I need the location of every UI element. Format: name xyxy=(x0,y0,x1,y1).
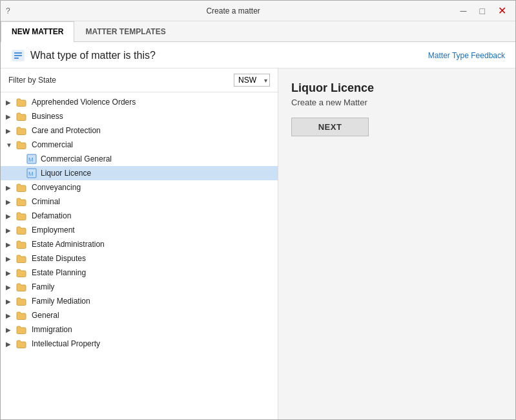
title-bar-right: ─ □ ✕ xyxy=(457,5,510,17)
tree-item-defamation[interactable]: ▶ Defamation xyxy=(1,209,278,223)
tree-item-criminal[interactable]: ▶ Criminal xyxy=(1,194,278,209)
expand-icon-defamation: ▶ xyxy=(6,213,15,220)
selected-matter-title: Liquor Licence xyxy=(291,81,502,95)
tree-item-commercial-general[interactable]: M Commercial General ☆ xyxy=(1,152,278,166)
folder-icon-general xyxy=(16,311,28,320)
expand-icon-care: ▶ xyxy=(6,127,15,134)
tree-item-immigration[interactable]: ▶ Immigration xyxy=(1,322,278,337)
tree-item-label-conveyancing: Conveyancing xyxy=(32,183,273,192)
folder-icon-conveyancing xyxy=(16,183,28,192)
expand-icon-estate-admin: ▶ xyxy=(6,241,15,248)
tree-item-business[interactable]: ▶ Business xyxy=(1,109,278,123)
tree-item-label-family-mediation: Family Mediation xyxy=(32,297,273,306)
help-button[interactable]: ? xyxy=(6,6,10,16)
folder-icon-estate-planning xyxy=(16,268,28,277)
expand-icon-family: ▶ xyxy=(6,284,15,291)
tree-item-label-estate-disputes: Estate Disputes xyxy=(32,254,273,263)
tree-item-label-estate-admin: Estate Administration xyxy=(32,240,273,249)
tabs-bar: NEW MATTER MATTER TEMPLATES xyxy=(1,21,515,42)
tree-item-label-immigration: Immigration xyxy=(32,325,273,334)
folder-icon-estate-admin xyxy=(16,240,28,249)
close-button[interactable]: ✕ xyxy=(494,5,510,17)
tree-item-family[interactable]: ▶ Family xyxy=(1,280,278,294)
filter-row: Filter by State NSW VIC QLD SA WA TAS AC… xyxy=(1,68,278,92)
feedback-link[interactable]: Matter Type Feedback xyxy=(428,51,505,60)
tree-item-label-liquor-licence: Liquor Licence xyxy=(41,169,273,178)
tree-item-label-commercial: Commercial xyxy=(32,140,273,149)
expand-icon-business: ▶ xyxy=(6,113,15,120)
expand-icon-immigration: ▶ xyxy=(6,326,15,333)
window-title: Create a matter xyxy=(10,6,457,16)
tree-item-family-mediation[interactable]: ▶ Family Mediation xyxy=(1,294,278,308)
title-bar: ? Create a matter ─ □ ✕ xyxy=(1,1,515,21)
folder-icon-estate-disputes xyxy=(16,254,28,263)
expand-icon-criminal: ▶ xyxy=(6,198,15,205)
state-select-wrapper[interactable]: NSW VIC QLD SA WA TAS ACT NT xyxy=(234,74,270,87)
tree-item-label-intellectual-property: Intellectual Property xyxy=(32,339,273,348)
selected-matter-subtitle: Create a new Matter xyxy=(291,98,502,107)
tree-item-label-apprehended: Apprehended Violence Orders xyxy=(32,98,273,107)
main-split: Filter by State NSW VIC QLD SA WA TAS AC… xyxy=(1,68,515,419)
tree-item-estate-disputes[interactable]: ▶ Estate Disputes xyxy=(1,251,278,266)
matter-icon-commercial-general: M xyxy=(26,154,37,164)
folder-icon-employment xyxy=(16,226,28,235)
minimize-button[interactable]: ─ xyxy=(457,5,471,17)
tab-matter-templates[interactable]: MATTER TEMPLATES xyxy=(74,21,176,41)
tree-item-conveyancing[interactable]: ▶ Conveyancing xyxy=(1,180,278,194)
folder-icon-immigration xyxy=(16,325,28,334)
tree-item-label-family: Family xyxy=(32,282,273,291)
expand-icon-family-mediation: ▶ xyxy=(6,298,15,305)
expand-icon-general: ▶ xyxy=(6,312,15,319)
expand-icon-commercial: ▼ xyxy=(6,142,15,149)
expand-icon-estate-planning: ▶ xyxy=(6,269,15,277)
tree-item-label-general: General xyxy=(32,311,273,320)
matter-type-icon xyxy=(11,48,25,63)
tree-item-label-criminal: Criminal xyxy=(32,197,273,206)
svg-rect-2 xyxy=(14,55,22,56)
right-panel: Liquor Licence Create a new Matter NEXT xyxy=(278,68,515,419)
tree-item-estate-planning[interactable]: ▶ Estate Planning xyxy=(1,266,278,280)
content-area: What type of matter is this? Matter Type… xyxy=(1,42,515,419)
tree-item-label-employment: Employment xyxy=(32,226,273,235)
tab-new-matter[interactable]: NEW MATTER xyxy=(1,21,74,42)
svg-text:M: M xyxy=(28,171,34,177)
tree-item-care[interactable]: ▶ Care and Protection xyxy=(1,123,278,138)
matter-icon-liquor-licence: M xyxy=(26,168,37,178)
main-window: ? Create a matter ─ □ ✕ NEW MATTER MATTE… xyxy=(0,0,516,420)
tree-item-label-commercial-general: Commercial General xyxy=(41,154,262,163)
tree-item-apprehended[interactable]: ▶ Apprehended Violence Orders xyxy=(1,95,278,109)
expand-icon-estate-disputes: ▶ xyxy=(6,255,15,262)
tree-list[interactable]: ▶ Apprehended Violence Orders ▶ Business xyxy=(1,92,278,419)
header-left: What type of matter is this? xyxy=(11,48,156,63)
folder-icon-family-mediation xyxy=(16,297,28,306)
page-title: What type of matter is this? xyxy=(30,50,156,61)
left-panel: Filter by State NSW VIC QLD SA WA TAS AC… xyxy=(1,68,278,419)
tree-item-general[interactable]: ▶ General xyxy=(1,308,278,322)
tree-item-commercial[interactable]: ▼ Commercial xyxy=(1,138,278,152)
tree-item-label-estate-planning: Estate Planning xyxy=(32,268,273,277)
folder-icon-care xyxy=(16,126,28,135)
expand-icon-apprehended: ▶ xyxy=(6,99,15,106)
tree-item-estate-admin[interactable]: ▶ Estate Administration xyxy=(1,237,278,251)
folder-icon-business xyxy=(16,112,28,121)
folder-icon-defamation xyxy=(16,211,28,220)
tree-item-liquor-licence[interactable]: M Liquor Licence xyxy=(1,166,278,180)
maximize-button[interactable]: □ xyxy=(476,5,489,17)
svg-rect-1 xyxy=(14,52,22,54)
folder-icon-criminal xyxy=(16,197,28,206)
folder-icon-commercial xyxy=(16,140,28,149)
folder-icon-apprehended xyxy=(16,98,28,107)
title-bar-left: ? xyxy=(6,6,10,16)
expand-icon-employment: ▶ xyxy=(6,227,15,234)
tree-item-label-defamation: Defamation xyxy=(32,211,273,220)
next-button[interactable]: NEXT xyxy=(291,118,369,136)
tree-item-intellectual-property[interactable]: ▶ Intellectual Property xyxy=(1,337,278,351)
state-select[interactable]: NSW VIC QLD SA WA TAS ACT NT xyxy=(234,74,270,87)
tree-item-label-care: Care and Protection xyxy=(32,126,273,135)
header-row: What type of matter is this? Matter Type… xyxy=(1,42,515,68)
tree-item-label-business: Business xyxy=(32,112,273,121)
tree-item-employment[interactable]: ▶ Employment xyxy=(1,223,278,237)
svg-text:M: M xyxy=(28,156,34,163)
expand-icon-intellectual-property: ▶ xyxy=(6,341,15,348)
expand-icon-conveyancing: ▶ xyxy=(6,184,15,191)
